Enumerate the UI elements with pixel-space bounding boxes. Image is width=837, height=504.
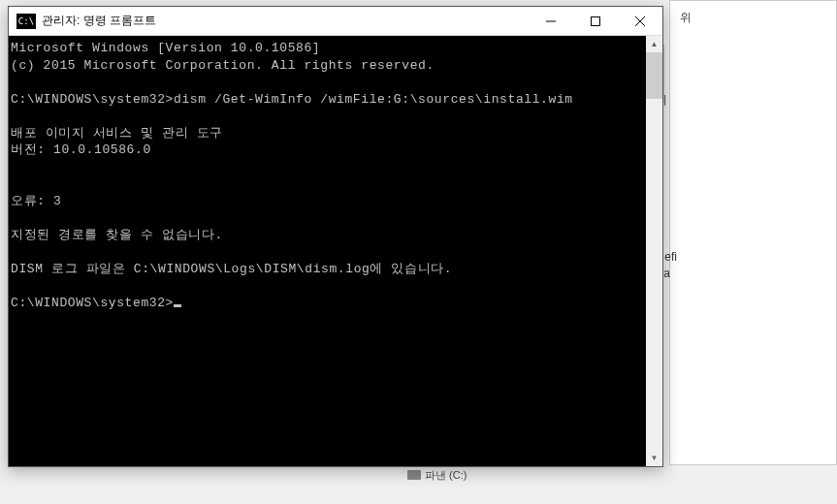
minimize-icon	[546, 16, 556, 26]
command-prompt-window: C:\ 관리자: 명령 프롬프트 Microsoft Windows [Vers…	[8, 6, 663, 467]
bg-text: 위	[680, 10, 692, 26]
drive-icon	[407, 470, 421, 480]
scroll-track[interactable]	[646, 52, 662, 450]
terminal-content[interactable]: Microsoft Windows [Version 10.0.10586] (…	[9, 36, 646, 466]
terminal-prompt: C:\WINDOWS\system32>	[11, 296, 174, 310]
title-bar[interactable]: C:\ 관리자: 명령 프롬프트	[9, 7, 662, 36]
window-controls	[529, 7, 662, 35]
maximize-button[interactable]	[573, 7, 618, 35]
terminal-line: 배포 이미지 서비스 및 관리 도구	[11, 126, 223, 141]
scroll-thumb[interactable]	[646, 52, 662, 99]
svg-rect-1	[592, 16, 600, 25]
bg-text: a	[663, 267, 670, 280]
close-icon	[635, 16, 645, 26]
terminal-line: 지정된 경로를 찾을 수 없습니다.	[11, 228, 223, 242]
cursor	[174, 304, 181, 307]
scroll-up-button[interactable]: ▲	[646, 36, 662, 52]
background-panel	[669, 0, 837, 465]
terminal-line: (c) 2015 Microsoft Corporation. All righ…	[11, 58, 435, 73]
minimize-button[interactable]	[529, 7, 573, 35]
terminal-line: Microsoft Windows [Version 10.0.10586]	[11, 41, 320, 55]
terminal-body: Microsoft Windows [Version 10.0.10586] (…	[9, 36, 662, 466]
maximize-icon	[591, 16, 600, 26]
bg-text: efi	[664, 250, 677, 264]
scroll-down-button[interactable]: ▼	[646, 450, 662, 466]
terminal-line: 버전: 10.0.10586.0	[11, 142, 151, 157]
close-button[interactable]	[618, 7, 662, 35]
terminal-line: DISM 로그 파일은 C:\WINDOWS\Logs\DISM\dism.lo…	[11, 262, 452, 276]
drive-label: 파낸 (C:)	[425, 468, 467, 483]
window-title: 관리자: 명령 프롬프트	[42, 13, 529, 29]
background-drive-item: 파낸 (C:)	[407, 465, 563, 485]
cmd-icon: C:\	[16, 14, 36, 29]
terminal-line: 오류: 3	[11, 194, 61, 208]
terminal-line: C:\WINDOWS\system32>dism /Get-WimInfo /w…	[11, 92, 573, 107]
terminal-scrollbar[interactable]: ▲ ▼	[646, 36, 662, 466]
